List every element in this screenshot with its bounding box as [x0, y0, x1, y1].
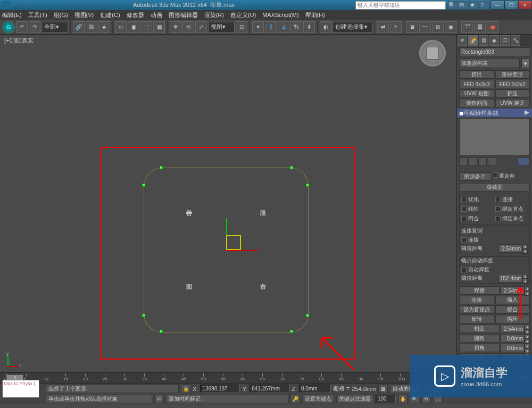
key-filters-button[interactable]: 关键点过滤器 — [336, 395, 373, 403]
remove-mod-icon[interactable] — [488, 157, 496, 166]
connect-button[interactable]: 连接 — [459, 296, 494, 304]
scale-icon[interactable]: ⤢ — [195, 21, 207, 33]
make-first-button[interactable]: 设为首顶点 — [459, 305, 494, 314]
tag-icon[interactable]: 🏷 — [154, 395, 164, 403]
maxscript-listener[interactable]: Max to Physx ( — [2, 380, 39, 398]
cross-section-button[interactable]: 横截面 — [459, 183, 530, 191]
comm-center-icon[interactable]: ✉ — [459, 1, 468, 9]
select-icon[interactable]: ▭ — [115, 21, 127, 33]
selection-set-combo[interactable]: 创建选择集▾ — [332, 22, 372, 32]
menu-maxscript[interactable]: MAXScript(M) — [262, 12, 298, 18]
search-input[interactable] — [356, 2, 445, 8]
utilities-tab-icon[interactable]: 🔧 — [511, 35, 520, 46]
schematic-icon[interactable]: ⊞ — [432, 21, 444, 33]
menu-help[interactable]: 帮助(H) — [305, 11, 325, 19]
weld-threshold-input[interactable] — [498, 274, 522, 282]
angle-snap-icon[interactable]: ∡ — [278, 21, 289, 33]
modifier-stack[interactable] — [459, 118, 530, 155]
attach-multi-button[interactable]: 附加多个 — [459, 172, 492, 181]
object-name-input[interactable] — [459, 47, 531, 56]
snap-toggle-icon[interactable]: 3 — [265, 21, 277, 33]
current-frame-input[interactable]: 100 — [376, 395, 396, 403]
menu-modifiers[interactable]: 修改器 — [127, 11, 144, 19]
menu-group[interactable]: 组(G) — [54, 11, 68, 19]
mod-btn-ffd2[interactable]: FFD 2x2x2 — [495, 80, 530, 88]
reverse-button[interactable]: 反转 — [459, 315, 494, 323]
window-crossing-icon[interactable]: ▦ — [153, 21, 165, 33]
selected-spline[interactable]: 善 段 囹 市 — [144, 168, 309, 332]
curve-editor-icon[interactable]: 〰 — [419, 21, 431, 33]
mod-btn-uvwmap[interactable]: UVW 贴图 — [459, 89, 494, 98]
menu-edit[interactable]: 编辑(E) — [2, 11, 22, 19]
menu-create[interactable]: 创建(C) — [100, 11, 120, 19]
mod-btn-ffd3[interactable]: FFD 3x3x3 — [459, 80, 494, 88]
bind-icon[interactable]: ◈ — [98, 21, 110, 33]
render-frame-icon[interactable]: 🖼 — [474, 21, 486, 33]
percent-snap-icon[interactable]: % — [290, 21, 302, 33]
help-search[interactable] — [355, 1, 446, 10]
pin-stack-icon[interactable] — [459, 157, 468, 166]
mod-btn-pathdeform[interactable]: 路径变形 — [495, 70, 530, 79]
closed-checkbox[interactable] — [461, 216, 467, 221]
create-tab-icon[interactable]: ✲ — [458, 35, 467, 46]
linear-checkbox[interactable] — [461, 206, 467, 212]
x-coord-input[interactable]: 13698.187 — [200, 385, 240, 393]
key-icon[interactable]: 🔑 — [290, 395, 300, 403]
unique-icon[interactable] — [478, 157, 487, 166]
mod-btn-squeeze[interactable]: 挤压 — [495, 89, 530, 98]
threshold-input[interactable] — [498, 244, 522, 253]
modify-tab-icon[interactable]: 🌈 — [468, 35, 478, 46]
mod-btn-bevel[interactable]: 倒角剖面 — [459, 99, 494, 107]
favorite-icon[interactable]: ★ — [469, 1, 479, 9]
redo-icon[interactable]: ↷ — [29, 21, 40, 33]
y-coord-input[interactable]: 641.267mm — [250, 385, 289, 393]
select-region-icon[interactable]: ⬚ — [140, 21, 152, 33]
isolate-icon[interactable]: ▦ — [378, 385, 388, 393]
render-setup-icon[interactable]: 🎬 — [461, 21, 473, 33]
chamfer-button[interactable]: 切角 — [459, 344, 500, 352]
spinner-snap-icon[interactable]: ⬍ — [303, 21, 315, 33]
viewcube[interactable] — [419, 40, 446, 66]
render-icon[interactable]: 🫖 — [487, 21, 498, 33]
set-key-button[interactable]: 设置关键点 — [302, 395, 334, 403]
connect-copy-checkbox[interactable] — [461, 237, 467, 243]
unlink-icon[interactable]: ⛓ — [86, 21, 97, 33]
manipulate-icon[interactable]: ✦ — [252, 21, 264, 33]
filter-combo[interactable]: 全部▾ — [41, 22, 68, 32]
configure-sets-icon[interactable] — [517, 157, 530, 166]
minimize-button[interactable]: — — [491, 1, 504, 10]
menu-views[interactable]: 视图(V) — [74, 11, 94, 19]
move-icon[interactable]: ✥ — [170, 21, 181, 33]
pan-icon[interactable]: ✋ — [398, 395, 408, 403]
undo-icon[interactable]: ↶ — [16, 21, 28, 33]
select-name-icon[interactable]: ▣ — [128, 21, 139, 33]
gizmo-x-axis[interactable] — [226, 250, 258, 251]
layers-icon[interactable]: ≣ — [406, 21, 418, 33]
crossinsert-button[interactable]: 相交 — [459, 324, 500, 333]
show-end-icon[interactable] — [469, 157, 477, 166]
bind-last-checkbox[interactable] — [495, 216, 501, 221]
app-icon[interactable] — [2, 1, 10, 9]
add-time-tag[interactable]: 添加时间标记 — [166, 395, 288, 403]
connect-checkbox[interactable] — [495, 197, 501, 202]
rotate-icon[interactable]: ⟲ — [182, 21, 194, 33]
optimize-checkbox[interactable] — [461, 197, 467, 202]
maximize-button[interactable]: ❐ — [504, 1, 518, 10]
reorient-checkbox[interactable] — [493, 172, 498, 178]
z-coord-input[interactable]: 0.0mm — [299, 385, 331, 393]
search-icon[interactable]: 🔍 — [448, 1, 458, 9]
viewport-label[interactable]: [+0顶0真实 — [4, 37, 34, 45]
chevron-down-icon[interactable]: ▾ — [521, 59, 530, 68]
bind-first-checkbox[interactable] — [495, 206, 501, 212]
menu-animation[interactable]: 动画 — [151, 11, 162, 19]
max-logo-icon[interactable]: G — [2, 21, 15, 34]
mod-btn-extrude[interactable]: 挤出 — [459, 70, 494, 79]
display-tab-icon[interactable]: 🖵 — [500, 35, 510, 46]
menu-tools[interactable]: 工具(T) — [28, 11, 47, 19]
material-icon[interactable]: ◉ — [445, 21, 456, 33]
modifier-list-combo[interactable]: 修改器列表 — [459, 59, 520, 68]
pivot-icon[interactable]: ⊡ — [236, 21, 247, 33]
link-icon[interactable]: 🔗 — [73, 21, 85, 33]
time-ruler[interactable]: 0510152025303540455055606570758085909510… — [2, 373, 406, 383]
viewport[interactable]: [+0顶0真实 善 段 囹 市 — [0, 35, 456, 372]
